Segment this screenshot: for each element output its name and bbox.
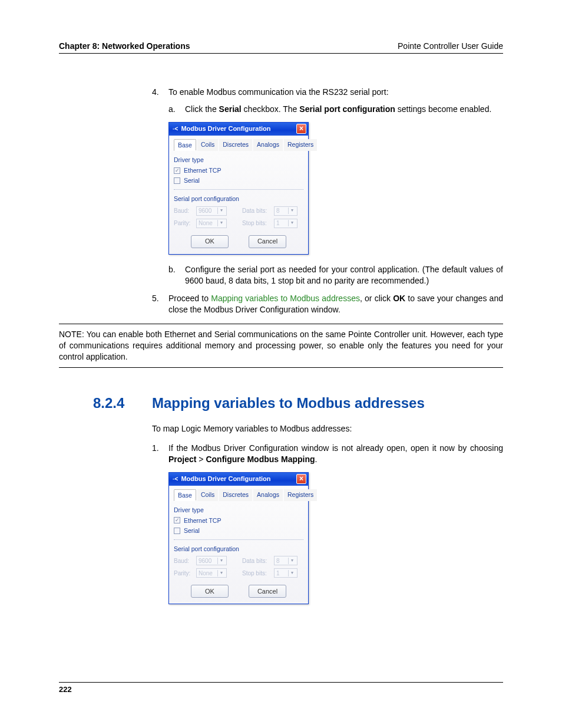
checkbox-serial[interactable]	[174, 528, 180, 534]
select-databits[interactable]: 8▾	[274, 206, 297, 216]
step-4a: a. Click the Serial checkbox. The Serial…	[168, 104, 503, 115]
dialog-titlebar[interactable]: ◦< Modbus Driver Configuration ×	[169, 123, 308, 136]
modbus-driver-configuration-dialog: ◦< Modbus Driver Configuration × Base Co…	[168, 122, 309, 255]
dialog-tabs: Base Coils Discretes Analogs Registers	[174, 489, 303, 501]
checkbox-ethernet[interactable]: ✓	[174, 167, 180, 174]
chevron-down-icon: ▾	[217, 207, 225, 214]
page-number: 222	[59, 685, 72, 694]
section-number: 8.2.4	[59, 395, 152, 411]
group-serial-config: Serial port configuration	[174, 195, 303, 203]
link-mapping-variables[interactable]: Mapping variables to Modbus addresses	[211, 294, 360, 303]
dialog-tabs: Base Coils Discretes Analogs Registers	[174, 139, 303, 151]
label-databits: Data bits:	[242, 207, 270, 215]
chevron-down-icon: ▾	[217, 558, 225, 564]
checkbox-ethernet[interactable]: ✓	[174, 517, 180, 523]
section-intro: To map Logic Memory variables to Modbus …	[152, 423, 503, 434]
tab-discretes[interactable]: Discretes	[219, 489, 252, 501]
label-baud: Baud:	[174, 557, 193, 565]
ok-button[interactable]: OK	[191, 235, 229, 248]
label-databits: Data bits:	[242, 557, 270, 565]
section-title: Mapping variables to Modbus addresses	[152, 395, 425, 411]
section-heading: 8.2.4 Mapping variables to Modbus addres…	[59, 395, 503, 411]
cancel-button[interactable]: Cancel	[249, 235, 286, 248]
tab-analogs[interactable]: Analogs	[253, 139, 283, 151]
dialog-title: Modbus Driver Configuration	[181, 124, 270, 133]
tab-base[interactable]: Base	[174, 489, 196, 501]
tab-coils[interactable]: Coils	[197, 139, 218, 151]
label-baud: Baud:	[174, 207, 193, 215]
chevron-down-icon: ▾	[288, 207, 296, 214]
tab-analogs[interactable]: Analogs	[253, 489, 283, 501]
tab-base[interactable]: Base	[174, 139, 196, 151]
app-icon: ◦<	[173, 475, 178, 483]
step-num: 1.	[152, 443, 168, 465]
step-5: 5. Proceed to Mapping variables to Modbu…	[152, 293, 503, 315]
chevron-down-icon: ▾	[288, 558, 296, 564]
select-baud[interactable]: 9600▾	[196, 206, 227, 216]
tab-registers[interactable]: Registers	[284, 139, 317, 151]
group-serial-config: Serial port configuration	[174, 545, 303, 553]
label-stopbits: Stop bits:	[242, 219, 270, 228]
checkbox-serial-label: Serial	[184, 526, 200, 535]
select-stopbits[interactable]: 1▾	[274, 568, 297, 578]
header-chapter: Chapter 8: Networked Operations	[59, 41, 190, 51]
header-guide: Pointe Controller User Guide	[398, 41, 503, 51]
substep-num: b.	[168, 264, 185, 286]
checkbox-serial-label: Serial	[184, 176, 200, 185]
chevron-down-icon: ▾	[288, 570, 296, 577]
chevron-down-icon: ▾	[288, 220, 296, 226]
tab-registers[interactable]: Registers	[284, 489, 317, 501]
select-baud[interactable]: 9600▾	[196, 556, 227, 565]
close-icon[interactable]: ×	[296, 474, 306, 484]
group-driver-type: Driver type	[174, 156, 303, 164]
app-icon: ◦<	[173, 125, 178, 133]
cancel-button[interactable]: Cancel	[249, 585, 286, 598]
checkbox-ethernet-label: Ethernet TCP	[184, 516, 221, 525]
group-driver-type: Driver type	[174, 506, 303, 514]
label-stopbits: Stop bits:	[242, 569, 270, 578]
step-num: 5.	[152, 293, 168, 315]
chevron-down-icon: ▾	[217, 570, 225, 577]
close-icon[interactable]: ×	[296, 124, 306, 134]
substep-num: a.	[168, 104, 185, 115]
checkbox-serial[interactable]	[174, 177, 180, 184]
select-stopbits[interactable]: 1▾	[274, 219, 297, 228]
step-4: 4. To enable Modbus communication via th…	[152, 87, 503, 98]
checkbox-ethernet-label: Ethernet TCP	[184, 166, 221, 174]
dialog-titlebar[interactable]: ◦< Modbus Driver Configuration ×	[169, 473, 308, 486]
chevron-down-icon: ▾	[217, 220, 225, 226]
dialog-title: Modbus Driver Configuration	[181, 475, 270, 483]
substep-text: Configure the serial port as needed for …	[185, 264, 503, 286]
ok-button[interactable]: OK	[191, 585, 229, 598]
label-parity: Parity:	[174, 569, 193, 578]
note-text: NOTE: You can enable both Ethernet and S…	[59, 330, 503, 361]
note-block: NOTE: You can enable both Ethernet and S…	[59, 324, 503, 368]
step-num: 4.	[152, 87, 168, 98]
step-text: Proceed to Mapping variables to Modbus a…	[168, 293, 503, 315]
select-databits[interactable]: 8▾	[274, 556, 297, 565]
section-step-1: 1. If the Modbus Driver Configuration wi…	[152, 443, 503, 465]
label-parity: Parity:	[174, 219, 193, 228]
page-footer: 222	[59, 682, 503, 694]
step-4b: b. Configure the serial port as needed f…	[168, 264, 503, 286]
select-parity[interactable]: None▾	[196, 568, 227, 578]
modbus-driver-configuration-dialog: ◦< Modbus Driver Configuration × Base Co…	[168, 472, 309, 605]
step-text: If the Modbus Driver Configuration windo…	[168, 443, 503, 465]
step-text: To enable Modbus communication via the R…	[168, 87, 503, 98]
tab-coils[interactable]: Coils	[197, 489, 218, 501]
page-header: Chapter 8: Networked Operations Pointe C…	[59, 41, 503, 54]
select-parity[interactable]: None▾	[196, 219, 227, 228]
substep-text: Click the Serial checkbox. The Serial po…	[185, 104, 503, 115]
tab-discretes[interactable]: Discretes	[219, 139, 252, 151]
